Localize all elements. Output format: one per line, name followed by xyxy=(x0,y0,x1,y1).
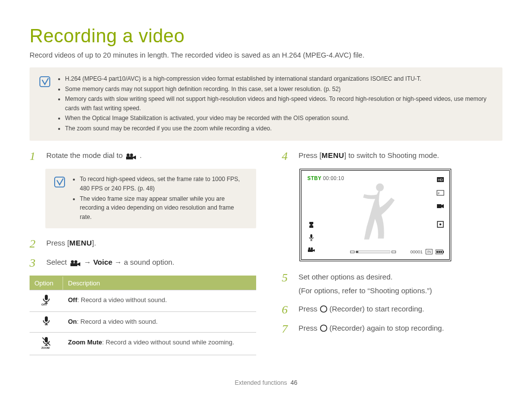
step-3: 3 Select → Voice → a sound option. xyxy=(30,256,256,269)
svg-text:ZOOM: ZOOM xyxy=(41,346,50,349)
camcorder-icon xyxy=(307,247,315,254)
table-header: Option Description xyxy=(30,277,256,290)
note-icon xyxy=(39,76,50,87)
step-body: Press [MENU]. xyxy=(46,237,96,249)
left-column: 1 Rotate the mode dial to . xyxy=(30,150,256,355)
step-text: Select xyxy=(46,258,69,266)
svg-point-19 xyxy=(439,223,441,225)
mic-zoom-mute-icon: ZOOM xyxy=(41,337,51,349)
top-note-box: H.264 (MPEG-4 part10/AVC) is a high-comp… xyxy=(30,67,502,141)
svg-rect-3 xyxy=(126,156,133,159)
note-item: To record high-speed videos, set the fra… xyxy=(80,175,247,193)
zoom-wide-icon xyxy=(350,249,355,254)
option-icon-cell: ZOOM xyxy=(30,333,63,355)
step-number: 4 xyxy=(282,150,292,162)
step-5: 5 Set other options as desired. (For opt… xyxy=(282,271,508,296)
svg-rect-30 xyxy=(436,251,438,253)
mic-on-icon xyxy=(41,316,51,327)
step1-note-box: To record high-speed videos, set the fra… xyxy=(45,169,256,228)
voice-label: Voice xyxy=(93,258,112,266)
svg-rect-27 xyxy=(356,251,358,253)
table-col-description: Description xyxy=(63,277,256,290)
step-number: 3 xyxy=(30,257,39,269)
table-row: ZOOM Zoom Mute: Record a video without s… xyxy=(30,332,256,355)
menu-key-label: MENU xyxy=(322,150,344,161)
svg-rect-26 xyxy=(356,251,390,253)
step-6: 6 Press (Recorder) to start recording. xyxy=(282,303,508,315)
step-text: ] to switch to Shooting mode. xyxy=(344,151,439,159)
note-icon xyxy=(54,177,65,187)
right-column: 4 Press [MENU] to switch to Shooting mod… xyxy=(282,150,508,355)
svg-rect-23 xyxy=(308,249,313,252)
note-item: The video frame size may appear smaller … xyxy=(80,194,247,222)
step-number: 7 xyxy=(282,323,292,335)
step-body: Rotate the mode dial to . xyxy=(46,150,142,162)
step-text: ]. xyxy=(92,239,96,247)
footer-section: Extended functions xyxy=(234,379,287,386)
top-note-item: Memory cards with slow writing speed wil… xyxy=(65,94,493,113)
fps-icon: F xyxy=(436,189,444,197)
step-7: 7 Press (Recorder) again to stop recordi… xyxy=(282,322,508,335)
step-body: Press [MENU] to switch to Shooting mode. xyxy=(299,150,439,162)
in-badge: IN xyxy=(426,249,432,254)
step-body: Press (Recorder) to start recording. xyxy=(299,303,424,315)
battery-icon xyxy=(435,249,444,254)
svg-point-2 xyxy=(130,154,133,156)
zoom-tele-icon xyxy=(391,249,396,254)
top-note-item: When the Optical Image Stabilization is … xyxy=(65,114,493,123)
table-row: OFF Off: Record a video without sound. xyxy=(30,290,256,311)
step-text: Set other options as desired. xyxy=(299,273,393,281)
table-row: On: Record a video with sound. xyxy=(30,311,256,332)
svg-rect-7 xyxy=(70,263,77,266)
frame-counter: 00001 xyxy=(410,249,423,254)
option-desc: Zoom Mute: Record a video without sound … xyxy=(63,333,256,355)
svg-point-21 xyxy=(308,247,310,249)
step-body: Press (Recorder) again to stop recording… xyxy=(299,322,444,335)
svg-rect-17 xyxy=(437,204,441,208)
step-text: Press xyxy=(299,305,320,313)
shutter-button-icon xyxy=(320,305,328,313)
lcd-preview: STBY 00:00:10 HD F xyxy=(299,169,451,261)
svg-point-34 xyxy=(320,306,327,312)
svg-rect-25 xyxy=(350,251,354,253)
svg-point-22 xyxy=(311,247,313,249)
svg-rect-20 xyxy=(310,234,312,238)
option-desc: On: Record a video with sound. xyxy=(63,312,256,332)
step-text: (For options, refer to “Shooting options… xyxy=(299,285,432,296)
arrow-icon: → xyxy=(114,258,124,266)
svg-rect-10 xyxy=(45,316,48,322)
step-text: (Recorder) again to stop recording. xyxy=(330,324,444,332)
svg-rect-28 xyxy=(392,251,396,253)
svg-point-24 xyxy=(376,184,384,191)
svg-point-5 xyxy=(71,260,74,263)
step-text: a sound option. xyxy=(124,258,174,266)
svg-rect-33 xyxy=(443,251,444,253)
stby-indicator: STBY 00:00:10 xyxy=(307,176,344,181)
step-4: 4 Press [MENU] to switch to Shooting mod… xyxy=(282,150,508,162)
menu-key-label: MENU xyxy=(69,237,92,248)
svg-text:HD: HD xyxy=(438,178,443,182)
elapsed-time: 00:00:10 xyxy=(323,176,344,181)
zoom-track-icon xyxy=(356,249,390,254)
page-footer: Extended functions 46 xyxy=(0,379,532,386)
step-text: Rotate the mode dial to xyxy=(46,151,125,159)
top-note-item: H.264 (MPEG-4 part10/AVC) is a high-comp… xyxy=(65,74,493,84)
mic-icon xyxy=(307,234,315,242)
option-icon-cell xyxy=(30,312,63,332)
step-text: . xyxy=(139,151,141,159)
option-desc: Off: Record a video without sound. xyxy=(63,290,256,311)
ois-icon xyxy=(307,221,315,229)
step-text: Press [ xyxy=(299,151,322,159)
top-note-list: H.264 (MPEG-4 part10/AVC) is a high-comp… xyxy=(57,74,493,134)
dancer-silhouette-icon xyxy=(349,181,403,245)
zoom-bar xyxy=(350,249,396,254)
step-number: 5 xyxy=(282,272,292,296)
preview-left-icons xyxy=(307,221,315,254)
video-mode-icon xyxy=(70,260,81,267)
step-number: 6 xyxy=(282,304,292,315)
metering-icon xyxy=(436,220,444,228)
video-mode-icon xyxy=(126,153,136,160)
step-body: Select → Voice → a sound option. xyxy=(46,256,174,269)
table-col-option: Option xyxy=(30,277,63,290)
step1-note-list: To record high-speed videos, set the fra… xyxy=(72,175,247,222)
